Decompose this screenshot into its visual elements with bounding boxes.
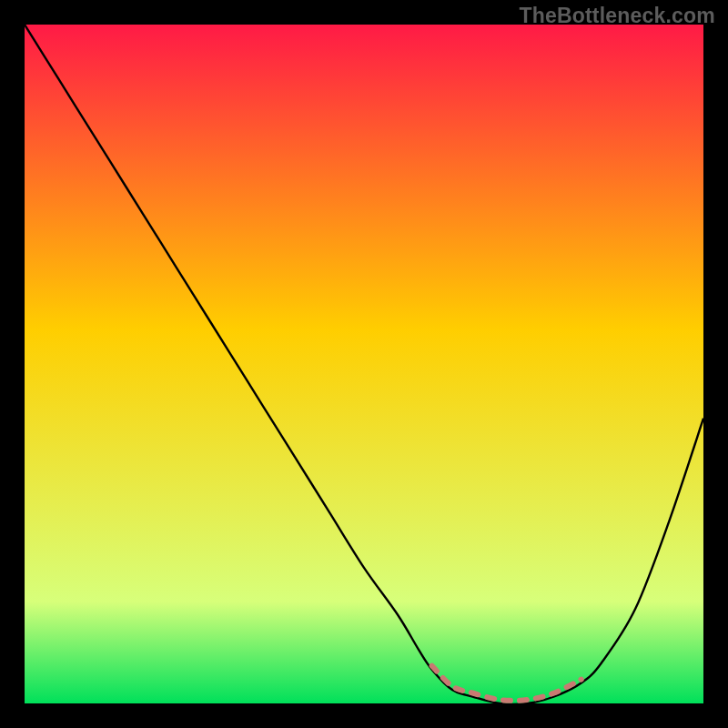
chart-svg	[25, 25, 703, 703]
chart-frame: TheBottleneck.com	[0, 0, 728, 728]
chart-plot-area	[25, 25, 703, 703]
chart-gradient-background	[25, 25, 703, 703]
